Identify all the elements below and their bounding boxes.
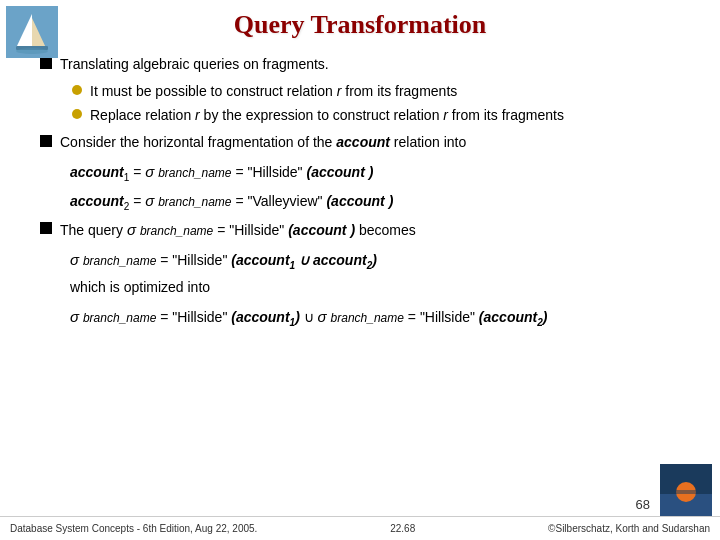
sub-bullet-1a-text: It must be possible to construct relatio… bbox=[90, 81, 457, 102]
bullet-2-icon bbox=[40, 135, 52, 147]
bullet-2-text: Consider the horizontal fragmentation of… bbox=[60, 132, 466, 153]
sub-bullet-1b-icon bbox=[72, 109, 82, 119]
svg-rect-8 bbox=[660, 490, 712, 494]
bullet-3-text: The query σ branch_name = "Hillside" (ac… bbox=[60, 219, 416, 242]
which-optimized-text: which is optimized into bbox=[70, 276, 680, 300]
top-left-image bbox=[6, 6, 58, 58]
formula-optimized: σ branch_name = "Hillside" (account1) ∪ … bbox=[70, 304, 680, 331]
bullet-1-icon bbox=[40, 57, 52, 69]
page-number: 68 bbox=[636, 497, 650, 512]
content-area: Translating algebraic queries on fragmen… bbox=[30, 54, 690, 330]
svg-point-4 bbox=[16, 48, 48, 54]
bottom-right-image bbox=[660, 464, 712, 516]
footer-right: ©Silberschatz, Korth and Sudarshan bbox=[548, 523, 710, 534]
bullet-1-text: Translating algebraic queries on fragmen… bbox=[60, 54, 329, 75]
bullet-2: Consider the horizontal fragmentation of… bbox=[40, 132, 680, 153]
account2-label: account2 = σ branch_name = "Valleyview" … bbox=[70, 188, 393, 215]
sub-bullet-1b: Replace relation r by the expression to … bbox=[72, 105, 680, 126]
sub-bullet-1b-text: Replace relation r by the expression to … bbox=[90, 105, 564, 126]
bullet-3-icon bbox=[40, 222, 52, 234]
slide-title: Query Transformation bbox=[30, 10, 690, 40]
formula-line-1: account1 = σ branch_name = "Hillside" (a… bbox=[70, 159, 680, 186]
bullet-3: The query σ branch_name = "Hillside" (ac… bbox=[40, 219, 680, 242]
formula-sigma-union: σ branch_name = "Hillside" (account1 ∪ a… bbox=[70, 247, 680, 274]
slide: Query Transformation Translating algebra… bbox=[0, 0, 720, 540]
footer-center: 22.68 bbox=[390, 523, 415, 534]
footer-left: Database System Concepts - 6th Edition, … bbox=[10, 523, 257, 534]
formula-block-2: σ branch_name = "Hillside" (account1 ∪ a… bbox=[70, 247, 680, 300]
sub-bullet-1a-icon bbox=[72, 85, 82, 95]
sub-bullet-1a: It must be possible to construct relatio… bbox=[72, 81, 680, 102]
formula-block-3: σ branch_name = "Hillside" (account1) ∪ … bbox=[70, 304, 680, 331]
footer: Database System Concepts - 6th Edition, … bbox=[0, 516, 720, 540]
becomes-text: becomes bbox=[359, 222, 416, 238]
formula-line-2: account2 = σ branch_name = "Valleyview" … bbox=[70, 188, 680, 215]
bullet-1: Translating algebraic queries on fragmen… bbox=[40, 54, 680, 75]
sub-bullets-1: It must be possible to construct relatio… bbox=[72, 81, 680, 126]
account1-label: account1 = σ branch_name = "Hillside" (a… bbox=[70, 159, 373, 186]
formula-block-1: account1 = σ branch_name = "Hillside" (a… bbox=[70, 159, 680, 215]
